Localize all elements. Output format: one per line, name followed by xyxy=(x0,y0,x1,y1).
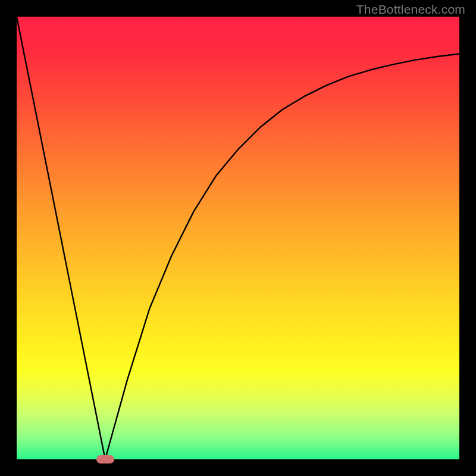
optimum-marker xyxy=(96,455,114,464)
bottleneck-curve xyxy=(17,17,459,459)
watermark-text: TheBottleneck.com xyxy=(356,2,465,17)
chart-frame xyxy=(17,17,459,459)
plot-area xyxy=(17,17,459,459)
